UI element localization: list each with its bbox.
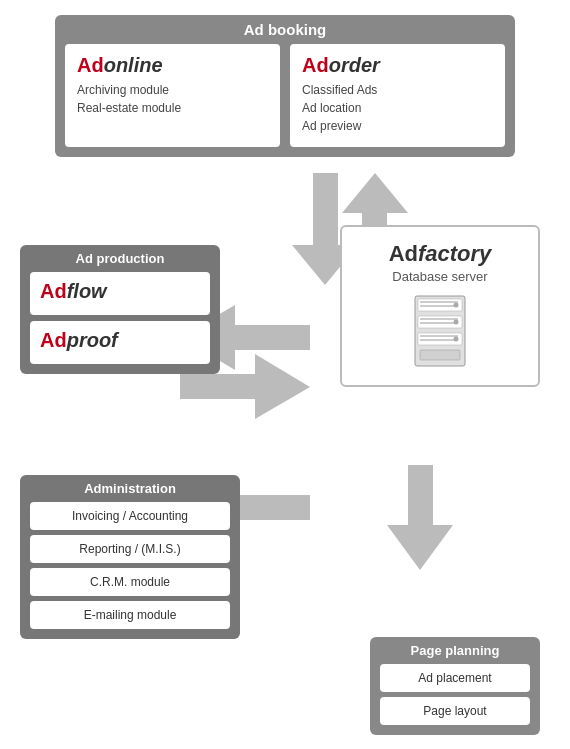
adonline-suffix: online [104, 54, 163, 76]
adfactory-name: Adfactory [356, 241, 524, 267]
adorder-box: Adorder Classified Ads Ad location Ad pr… [290, 44, 505, 147]
admin-item-3: E-mailing module [30, 601, 230, 629]
admin-box: Administration Invoicing / Accounting Re… [20, 475, 240, 639]
arrow-factory-to-planning [387, 465, 453, 570]
admin-item-0: Invoicing / Accounting [30, 502, 230, 530]
adfactory-prefix: Ad [389, 241, 418, 266]
ad-booking-inner: Adonline Archiving module Real-estate mo… [65, 44, 505, 147]
adonline-item-1: Real-estate module [77, 99, 268, 117]
adflow-suffix: flow [67, 280, 107, 302]
svg-rect-6 [420, 322, 458, 324]
adflow-prefix: Ad [40, 280, 67, 302]
svg-point-12 [454, 336, 459, 341]
admin-item-1: Reporting / (M.I.S.) [30, 535, 230, 563]
page-planning-title: Page planning [380, 643, 530, 658]
adorder-item-0: Classified Ads [302, 81, 493, 99]
adfactory-subtitle: Database server [356, 269, 524, 284]
ad-booking-box: Ad booking Adonline Archiving module Rea… [55, 15, 515, 157]
admin-item-2: C.R.M. module [30, 568, 230, 596]
page-planning-item-0: Ad placement [380, 664, 530, 692]
admin-title: Administration [30, 481, 230, 496]
adonline-item-0: Archiving module [77, 81, 268, 99]
page-planning-box: Page planning Ad placement Page layout [370, 637, 540, 735]
adflow-box: Adflow [30, 272, 210, 315]
svg-rect-5 [420, 318, 458, 320]
adonline-box: Adonline Archiving module Real-estate mo… [65, 44, 280, 147]
adonline-name: Adonline [77, 54, 268, 77]
svg-rect-9 [420, 339, 458, 341]
adproof-box: Adproof [30, 321, 210, 364]
svg-rect-2 [420, 301, 458, 303]
diagram: Ad booking Adonline Archiving module Rea… [20, 15, 550, 735]
adonline-prefix: Ad [77, 54, 104, 76]
adproof-name: Adproof [40, 329, 200, 352]
svg-rect-8 [420, 335, 458, 337]
adorder-prefix: Ad [302, 54, 329, 76]
adonline-items: Archiving module Real-estate module [77, 81, 268, 117]
ad-booking-title: Ad booking [65, 21, 505, 38]
svg-point-11 [454, 319, 459, 324]
svg-rect-3 [420, 305, 458, 307]
adorder-item-2: Ad preview [302, 117, 493, 135]
server-icon [410, 294, 470, 369]
adproof-suffix: proof [67, 329, 118, 351]
svg-rect-13 [420, 350, 460, 360]
page-planning-item-1: Page layout [380, 697, 530, 725]
adflow-name: Adflow [40, 280, 200, 303]
adfactory-box: Adfactory Database server [340, 225, 540, 387]
svg-point-10 [454, 302, 459, 307]
ad-production-title: Ad production [30, 251, 210, 266]
ad-production-box: Ad production Adflow Adproof [20, 245, 220, 374]
adorder-suffix: order [329, 54, 380, 76]
adorder-items: Classified Ads Ad location Ad preview [302, 81, 493, 135]
adproof-prefix: Ad [40, 329, 67, 351]
adorder-item-1: Ad location [302, 99, 493, 117]
adorder-name: Adorder [302, 54, 493, 77]
adfactory-suffix: factory [418, 241, 491, 266]
